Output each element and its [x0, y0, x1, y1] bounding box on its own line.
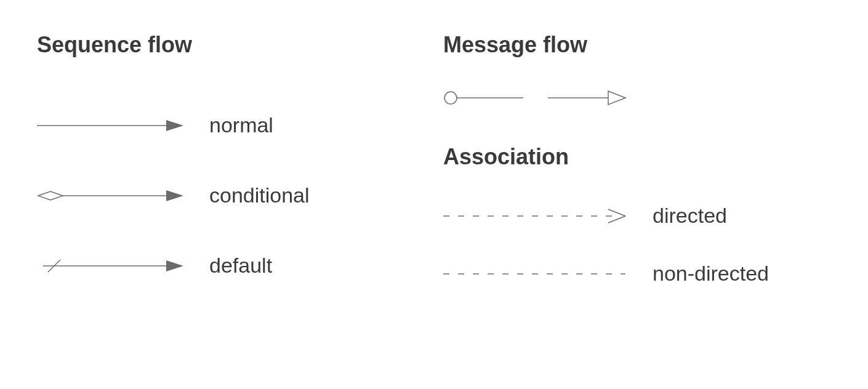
- arrow-normal-icon: [37, 116, 185, 135]
- arrow-message-flow-icon: [443, 89, 628, 107]
- sequence-flow-heading: Sequence flow: [37, 32, 310, 58]
- svg-marker-2: [38, 191, 63, 200]
- svg-marker-1: [166, 120, 183, 131]
- svg-marker-4: [166, 190, 183, 201]
- sequence-flow-normal-label: normal: [209, 113, 273, 137]
- svg-marker-7: [166, 260, 183, 271]
- association-directed-label: directed: [653, 204, 727, 228]
- svg-marker-11: [608, 91, 625, 105]
- arrow-directed-icon: [443, 207, 628, 225]
- svg-line-13: [608, 209, 625, 216]
- association-non-directed-label: non-directed: [653, 262, 769, 286]
- sequence-flow-conditional-label: conditional: [209, 183, 310, 207]
- sequence-flow-default-label: default: [209, 254, 272, 278]
- association-heading: Association: [443, 144, 769, 170]
- arrow-default-icon: [37, 257, 185, 275]
- arrow-conditional-icon: [37, 186, 185, 205]
- svg-line-14: [608, 216, 625, 223]
- arrow-non-directed-icon: [443, 265, 628, 283]
- svg-point-8: [444, 92, 457, 104]
- message-flow-heading: Message flow: [443, 32, 769, 58]
